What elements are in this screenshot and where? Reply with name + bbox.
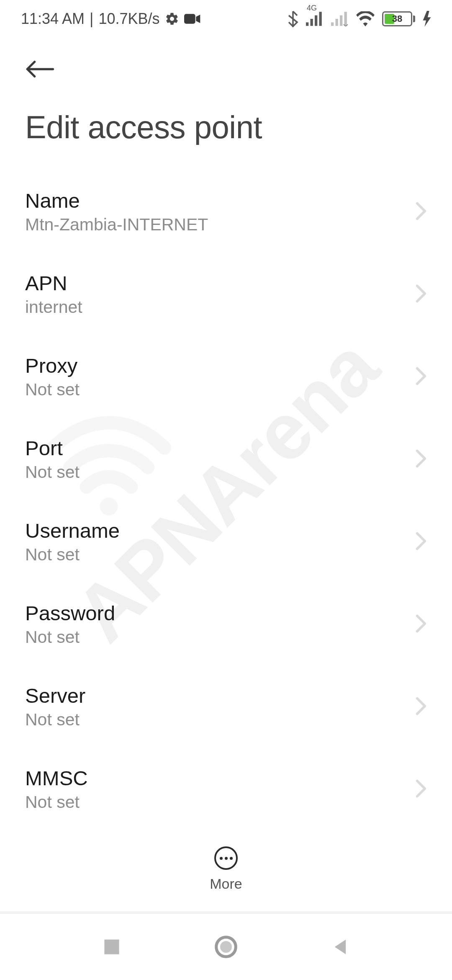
setting-password[interactable]: Password Not set [25, 583, 427, 665]
charging-icon [423, 11, 431, 27]
more-label: More [210, 876, 242, 892]
chevron-right-icon [415, 614, 427, 635]
setting-value: Not set [25, 380, 407, 400]
setting-value: Not set [25, 462, 407, 482]
status-separator: | [90, 10, 93, 28]
more-icon [214, 846, 238, 870]
navigation-bar [0, 913, 452, 980]
nav-back-button[interactable] [328, 934, 353, 959]
page-title: Edit access point [0, 92, 452, 170]
setting-value: Not set [25, 710, 407, 730]
status-time: 11:34 AM [21, 10, 85, 28]
svg-rect-11 [104, 939, 119, 954]
gear-icon [165, 12, 179, 26]
setting-label: MMSC [25, 766, 407, 790]
svg-rect-2 [306, 22, 308, 26]
action-bar: More [0, 834, 452, 905]
chevron-right-icon [415, 779, 427, 800]
camera-icon [184, 13, 201, 25]
setting-label: Name [25, 189, 407, 212]
wifi-icon [356, 11, 375, 26]
setting-label: Port [25, 436, 407, 460]
chevron-right-icon [415, 284, 427, 305]
chevron-right-icon [415, 201, 427, 222]
settings-list: Name Mtn-Zambia-INTERNET APN internet Pr… [0, 170, 452, 913]
setting-label: APN [25, 271, 407, 295]
setting-port[interactable]: Port Not set [25, 418, 427, 500]
setting-username[interactable]: Username Not set [25, 500, 427, 583]
signal-4g-icon: 4G [306, 11, 324, 26]
bluetooth-icon [288, 10, 298, 27]
setting-label: Server [25, 684, 407, 707]
chevron-right-icon [415, 449, 427, 470]
back-button[interactable] [25, 54, 54, 84]
status-bar: 11:34 AM | 10.7KB/s 4G ✕ [0, 0, 452, 38]
chevron-right-icon [415, 696, 427, 717]
svg-text:✕: ✕ [342, 22, 349, 26]
setting-value: Mtn-Zambia-INTERNET [25, 215, 407, 235]
setting-server[interactable]: Server Not set [25, 665, 427, 748]
chevron-right-icon [415, 531, 427, 552]
setting-label: Username [25, 519, 407, 542]
signal-no-sim-icon: ✕ [331, 11, 349, 26]
nav-home-button[interactable] [213, 934, 239, 959]
svg-rect-6 [331, 22, 334, 26]
nav-recents-button[interactable] [99, 934, 124, 959]
svg-rect-5 [319, 12, 322, 26]
more-button[interactable]: More [210, 846, 242, 892]
battery-indicator: 38 [382, 11, 415, 26]
setting-value: Not set [25, 545, 407, 565]
svg-rect-4 [315, 15, 317, 26]
svg-rect-1 [184, 14, 195, 23]
svg-rect-7 [336, 19, 338, 26]
status-data-rate: 10.7KB/s [98, 10, 159, 28]
setting-label: Proxy [25, 354, 407, 377]
setting-apn[interactable]: APN internet [25, 253, 427, 335]
setting-label: Password [25, 601, 407, 625]
setting-name[interactable]: Name Mtn-Zambia-INTERNET [25, 170, 427, 253]
svg-rect-3 [311, 19, 313, 26]
chevron-right-icon [415, 366, 427, 387]
setting-proxy[interactable]: Proxy Not set [25, 335, 427, 418]
svg-point-13 [220, 941, 232, 953]
setting-mmsc[interactable]: MMSC Not set [25, 748, 427, 830]
setting-value: Not set [25, 792, 407, 812]
setting-value: internet [25, 297, 407, 317]
setting-value: Not set [25, 627, 407, 647]
